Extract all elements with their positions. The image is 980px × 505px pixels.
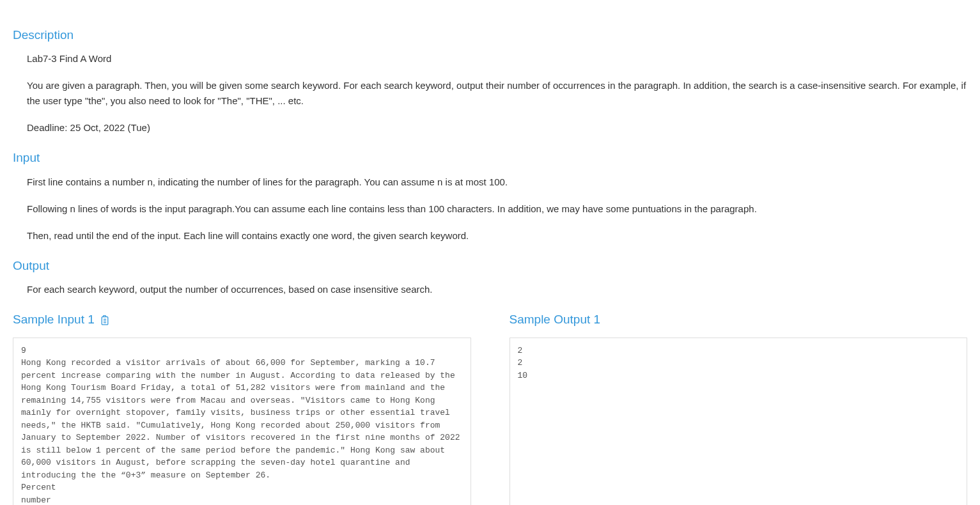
sample-input-content: 9 Hong Kong recorded a visitor arrivals …	[13, 338, 471, 505]
description-heading: Description	[13, 26, 967, 45]
input-heading: Input	[13, 148, 967, 167]
samples-container: Sample Input 1 9 Hong Kong recorded a vi…	[13, 310, 967, 505]
input-p1: First line contains a number n, indicati…	[27, 175, 967, 190]
clipboard-icon[interactable]	[100, 315, 109, 325]
input-content: First line contains a number n, indicati…	[13, 175, 967, 244]
sample-output-header: Sample Output 1	[509, 310, 968, 329]
input-p2: Following n lines of words is the input …	[27, 201, 967, 217]
description-p1: Lab7-3 Find A Word	[27, 51, 967, 66]
description-p3: Deadline: 25 Oct, 2022 (Tue)	[27, 120, 967, 136]
sample-input-header: Sample Input 1	[13, 310, 471, 329]
input-p3: Then, read until the end of the input. E…	[27, 228, 967, 244]
output-heading: Output	[13, 256, 967, 276]
description-p2: You are given a paragraph. Then, you wil…	[27, 78, 967, 109]
output-content: For each search keyword, output the numb…	[13, 282, 967, 297]
description-content: Lab7-3 Find A Word You are given a parag…	[13, 51, 967, 136]
sample-input-heading: Sample Input 1	[13, 310, 95, 329]
output-p1: For each search keyword, output the numb…	[27, 282, 967, 297]
sample-output-column: Sample Output 1 2 2 10	[509, 310, 968, 505]
sample-output-content: 2 2 10	[509, 338, 968, 505]
sample-input-column: Sample Input 1 9 Hong Kong recorded a vi…	[13, 310, 471, 505]
sample-output-heading: Sample Output 1	[509, 310, 601, 329]
